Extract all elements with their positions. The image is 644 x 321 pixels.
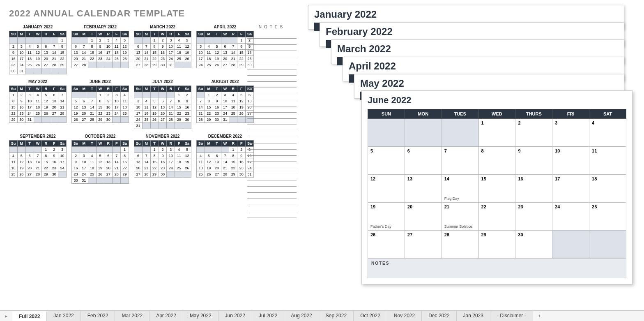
mini-day-cell: 17 [221,104,229,111]
day-cell[interactable]: 5 [368,147,405,175]
day-cell[interactable]: 4 [589,119,626,147]
notes-line[interactable] [247,69,297,76]
sheet-tab[interactable]: Jan 2023 [457,311,490,321]
notes-line[interactable] [247,174,297,180]
sheet-tab[interactable]: Jan 2022 [47,311,80,321]
day-cell[interactable]: 30 [515,231,552,259]
notes-line[interactable] [247,211,297,217]
notes-line[interactable] [247,88,297,94]
sheet-tab[interactable]: Dec 2022 [422,311,456,321]
day-cell[interactable]: 2 [515,119,552,147]
notes-line[interactable] [247,187,297,193]
notes-line[interactable] [247,63,297,69]
day-cell[interactable]: 23 [515,203,552,231]
day-cell[interactable]: 3 [552,119,589,147]
sheet-tab[interactable]: Apr 2022 [150,311,183,321]
sheet-tab[interactable]: Nov 2022 [387,311,422,321]
notes-line[interactable] [247,45,297,51]
day-cell[interactable]: 1 [478,119,515,147]
mini-day-cell: 15 [150,50,159,56]
notes-line[interactable] [247,199,297,205]
sheet-tab[interactable]: - Disclaimer - [490,311,533,321]
day-cell[interactable] [552,231,589,259]
day-cell[interactable]: 26 [368,231,405,259]
mini-day-cell [205,147,213,153]
day-cell[interactable]: 21Summer Solstice [442,203,478,231]
day-cell[interactable]: 20 [405,203,442,231]
notes-line[interactable] [247,193,297,199]
day-cell[interactable] [442,119,478,147]
notes-line[interactable] [247,150,297,156]
notes-line[interactable] [247,162,297,168]
mini-day-cell: 11 [197,159,205,165]
day-cell[interactable]: 17 [552,175,589,203]
mini-day-cell: 6 [72,44,80,50]
notes-line[interactable] [247,39,297,45]
notes-line[interactable] [247,180,297,187]
day-cell[interactable]: 12 [368,175,405,203]
day-cell[interactable]: 27 [405,231,442,259]
day-cell[interactable]: 13 [405,175,442,203]
notes-line[interactable] [247,82,297,88]
day-cell[interactable]: 8 [478,147,515,175]
sheet-tab[interactable]: Sep 2022 [319,311,354,321]
mini-day-cell: 15 [175,104,183,111]
notes-line[interactable] [247,125,297,131]
mini-day-cell: 16 [50,159,58,165]
day-cell[interactable]: 6 [405,147,442,175]
notes-line[interactable] [247,57,297,63]
notes-line[interactable] [247,205,297,211]
notes-line[interactable] [247,94,297,100]
day-cell[interactable]: 9 [515,147,552,175]
day-cell[interactable] [368,119,405,147]
day-cell[interactable]: 24 [552,203,589,231]
notes-line[interactable] [247,76,297,82]
sheet-tab[interactable]: Full 2022 [12,311,47,321]
sheet-tab[interactable]: Aug 2022 [284,311,319,321]
sheet-tab[interactable]: Feb 2022 [81,311,115,321]
day-cell[interactable]: 22 [478,203,515,231]
day-cell[interactable]: 15 [478,175,515,203]
day-cell[interactable] [589,231,626,259]
mini-day-cell: 29 [150,62,159,68]
notes-line[interactable] [247,131,297,137]
notes-line[interactable] [247,32,297,39]
mini-day-cell: 9 [72,159,80,165]
mini-day-cell: 3 [134,98,143,104]
notes-line[interactable] [247,143,297,150]
sheet-tab[interactable]: May 2022 [183,311,218,321]
day-cell[interactable]: 14Flag Day [442,175,478,203]
tab-nav-arrow[interactable]: ▸ [0,313,12,319]
add-sheet-button[interactable]: + [533,312,546,321]
notes-line[interactable] [247,113,297,119]
notes-line[interactable] [247,106,297,113]
mini-day-cell: 23 [50,165,58,171]
notes-line[interactable] [247,137,297,143]
mini-day-cell [88,178,96,184]
notes-line[interactable] [247,156,297,162]
notes-line[interactable] [247,119,297,125]
month-notes-area[interactable]: NOTES [368,259,626,278]
day-cell[interactable]: 7 [442,147,478,175]
mini-day-cell: 8 [237,44,246,50]
sheet-tab[interactable]: Oct 2022 [354,311,387,321]
notes-line[interactable] [247,51,297,57]
sheet-tab[interactable]: Jun 2022 [218,311,252,321]
day-cell[interactable]: 18 [589,175,626,203]
notes-line[interactable] [247,168,297,174]
sheet-tab[interactable]: Mar 2022 [115,311,150,321]
day-cell[interactable] [405,119,442,147]
day-cell[interactable]: 25 [589,203,626,231]
day-cell[interactable]: 10 [552,147,589,175]
mini-calendar: NOVEMBER 2022SuMTWRFSa123456789101112131… [134,134,191,184]
day-cell[interactable]: 28 [442,231,478,259]
day-cell[interactable]: 11 [589,147,626,175]
day-cell[interactable]: 19Father's Day [368,203,405,231]
sheet-tab[interactable]: Jul 2022 [252,311,284,321]
dow-header: W [221,141,229,147]
day-cell[interactable]: 16 [515,175,552,203]
mini-day-cell: 7 [197,98,205,104]
day-cell[interactable]: 29 [478,231,515,259]
mini-day-cell: 5 [183,37,191,44]
notes-line[interactable] [247,100,297,106]
